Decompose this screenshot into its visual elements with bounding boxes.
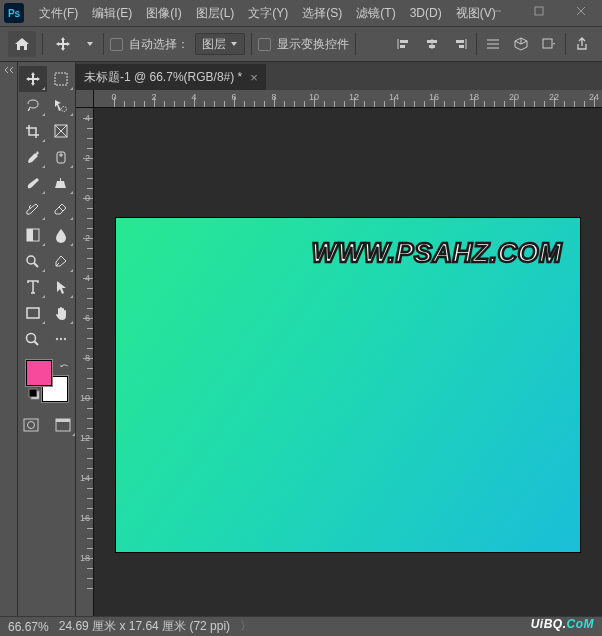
foreground-color[interactable] [26,360,52,386]
document-tabs: 未标题-1 @ 66.7%(RGB/8#) * × [76,62,602,90]
lasso-tool[interactable] [19,92,47,118]
svg-rect-30 [27,308,39,318]
zoom-tool[interactable] [19,326,47,352]
maximize-button[interactable] [518,0,560,22]
frame-tool[interactable] [47,118,75,144]
move-tool-icon[interactable] [49,31,77,57]
crop-tool[interactable] [19,118,47,144]
menu-image[interactable]: 图像(I) [139,0,188,26]
dodge-tool[interactable] [19,248,47,274]
app-logo: Ps [4,3,24,23]
svg-rect-41 [56,419,70,422]
move-tool[interactable] [19,66,47,92]
swap-colors-icon[interactable]: ⤺ [60,360,68,371]
svg-rect-9 [429,45,435,48]
clone-stamp-tool[interactable] [47,170,75,196]
ruler-vertical[interactable]: 42024681012141618 [76,108,94,616]
home-button[interactable] [8,31,36,57]
svg-point-33 [55,338,57,340]
status-zoom[interactable]: 66.67% [8,620,49,634]
svg-rect-6 [400,45,405,48]
svg-rect-12 [459,45,464,48]
options-bar: 自动选择： 图层 显示变换控件 [0,26,602,62]
align-right-icon[interactable] [448,33,472,55]
show-transform-label: 显示变换控件 [277,36,349,53]
collapse-panels[interactable] [0,62,18,616]
auto-select-checkbox[interactable] [110,38,123,51]
tool-preset-dropdown[interactable] [83,31,97,57]
svg-line-25 [59,207,63,211]
mode-dropdown-icon[interactable] [537,33,561,55]
brush-tool[interactable] [19,170,47,196]
marquee-tool[interactable] [47,66,75,92]
svg-point-18 [62,106,67,111]
distribute-icon[interactable] [481,33,505,55]
svg-point-28 [27,256,35,264]
align-left-icon[interactable] [392,33,416,55]
layer-group-dropdown[interactable]: 图层 [195,33,245,55]
menu-edit[interactable]: 编辑(E) [85,0,139,26]
svg-rect-17 [55,73,67,85]
svg-point-39 [27,422,34,429]
svg-rect-37 [29,389,37,397]
blur-tool[interactable] [47,222,75,248]
minimize-button[interactable] [476,0,518,22]
align-center-h-icon[interactable] [420,33,444,55]
close-tab-icon[interactable]: × [250,70,258,85]
menu-select[interactable]: 选择(S) [295,0,349,26]
menu-filter[interactable]: 滤镜(T) [349,0,402,26]
close-button[interactable] [560,0,602,22]
svg-rect-11 [456,40,464,43]
svg-rect-38 [24,419,38,431]
healing-brush-tool[interactable] [47,144,75,170]
status-menu-icon[interactable]: 〉 [240,618,252,635]
pen-tool[interactable] [47,248,75,274]
canvas-watermark-text: WWW.PSAHZ.COM [312,238,562,269]
status-bar: 66.67% 24.69 厘米 x 17.64 厘米 (72 ppi) 〉 [0,616,602,636]
svg-line-29 [34,263,38,267]
brand-watermark: UiBQ.CoM [531,612,594,633]
svg-line-32 [35,341,39,345]
rectangle-tool[interactable] [19,300,47,326]
tab-title: 未标题-1 @ 66.7%(RGB/8#) * [84,69,242,86]
quick-select-tool[interactable] [47,92,75,118]
ruler-origin[interactable] [76,90,94,108]
menu-3d[interactable]: 3D(D) [403,0,449,26]
canvas[interactable]: WWW.PSAHZ.COM [116,218,580,552]
show-transform-checkbox[interactable] [258,38,271,51]
share-icon[interactable] [570,33,594,55]
svg-rect-16 [543,39,552,48]
3d-mode-icon[interactable] [509,33,533,55]
svg-point-35 [63,338,65,340]
ruler-horizontal[interactable]: 024681012141618202224 [94,90,602,108]
hand-tool[interactable] [47,300,75,326]
gradient-tool[interactable] [19,222,47,248]
path-select-tool[interactable] [47,274,75,300]
svg-rect-1 [535,7,543,15]
svg-point-34 [59,338,61,340]
type-tool[interactable] [19,274,47,300]
quick-mask-icon[interactable] [17,412,45,438]
eraser-tool[interactable] [47,196,75,222]
menu-type[interactable]: 文字(Y) [241,0,295,26]
document-tab[interactable]: 未标题-1 @ 66.7%(RGB/8#) * × [76,64,266,90]
edit-toolbar[interactable] [47,326,75,352]
menu-file[interactable]: 文件(F) [32,0,85,26]
svg-rect-8 [427,40,437,43]
history-brush-tool[interactable] [19,196,47,222]
auto-select-label: 自动选择： [129,36,189,53]
eyedropper-tool[interactable] [19,144,47,170]
color-swatches[interactable]: ⤺ [26,360,68,402]
default-colors-icon[interactable] [28,388,40,400]
toolbox: ⤺ [18,62,76,616]
svg-rect-27 [27,229,33,241]
menu-layer[interactable]: 图层(L) [189,0,242,26]
svg-rect-5 [400,40,408,43]
status-dimensions[interactable]: 24.69 厘米 x 17.64 厘米 (72 ppi) [59,618,230,635]
svg-point-31 [27,333,36,342]
screen-mode-icon[interactable] [49,412,77,438]
